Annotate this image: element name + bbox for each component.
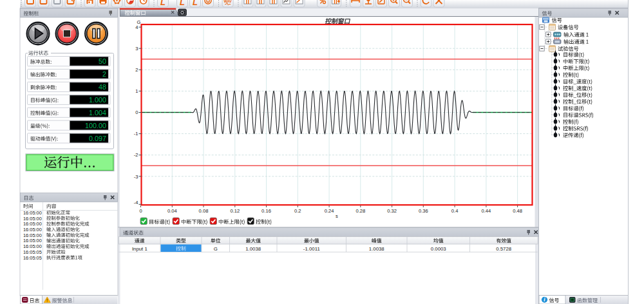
svg-text:0.12: 0.12 — [230, 208, 240, 214]
svg-text:1: 1 — [135, 88, 138, 94]
svg-text:0.48: 0.48 — [513, 208, 522, 214]
svg-text:0.16: 0.16 — [261, 208, 271, 214]
svg-text:1.000: 1.000 — [89, 96, 106, 104]
svg-text:2: 2 — [102, 70, 106, 78]
svg-text:L: L — [160, 0, 166, 7]
svg-text:16:05:00: 16:05:00 — [23, 216, 42, 222]
svg-text:0.5728: 0.5728 — [496, 246, 511, 252]
svg-text:-2: -2 — [134, 152, 138, 158]
svg-text:0.28: 0.28 — [355, 208, 365, 214]
svg-text:50: 50 — [99, 57, 106, 65]
svg-text:0.0003: 0.0003 — [431, 246, 446, 252]
svg-text:0.2: 0.2 — [294, 208, 301, 214]
svg-text:16:05:00: 16:05:00 — [23, 210, 42, 216]
svg-text:WAV: WAV — [224, 0, 232, 3]
svg-text:3: 3 — [135, 46, 138, 52]
svg-text:4: 4 — [135, 24, 138, 30]
svg-text:100.00: 100.00 — [85, 122, 106, 129]
svg-text:-1: -1 — [134, 131, 138, 137]
svg-text:0.08: 0.08 — [199, 208, 209, 214]
svg-text:s: s — [336, 213, 338, 219]
svg-text:16:05:05: 16:05:05 — [23, 255, 42, 261]
svg-text:1.004: 1.004 — [89, 109, 106, 117]
svg-text:16:05:00: 16:05:00 — [23, 233, 42, 238]
svg-text:0: 0 — [139, 208, 142, 214]
svg-text:0.4: 0.4 — [451, 208, 459, 214]
svg-text:16:05:05: 16:05:05 — [23, 249, 42, 255]
svg-text:L: L — [180, 0, 185, 7]
svg-text:-3: -3 — [134, 174, 138, 180]
svg-text:2: 2 — [135, 67, 138, 73]
svg-text:L: L — [193, 0, 198, 7]
svg-text:1.0038: 1.0038 — [369, 246, 384, 252]
svg-text:16:05:00: 16:05:00 — [23, 221, 42, 227]
svg-text:G: G — [214, 246, 218, 252]
svg-text:0.24: 0.24 — [325, 208, 334, 214]
svg-text:Input 1: Input 1 — [132, 246, 147, 252]
svg-text:0.097: 0.097 — [89, 135, 106, 142]
svg-text:0.32: 0.32 — [387, 208, 397, 214]
svg-text:16:05:00: 16:05:00 — [23, 243, 42, 249]
svg-text:-4: -4 — [134, 200, 138, 205]
svg-text:0.44: 0.44 — [482, 208, 491, 214]
svg-text:0.36: 0.36 — [419, 208, 428, 214]
svg-text:16:05:00: 16:05:00 — [23, 238, 42, 243]
svg-text:1.0038: 1.0038 — [245, 246, 261, 252]
svg-text:16:05:00: 16:05:00 — [23, 227, 42, 233]
svg-text:48: 48 — [99, 83, 106, 91]
svg-text:-1.0011: -1.0011 — [303, 246, 320, 252]
svg-text:0: 0 — [135, 109, 138, 115]
svg-text:0.04: 0.04 — [167, 208, 177, 214]
